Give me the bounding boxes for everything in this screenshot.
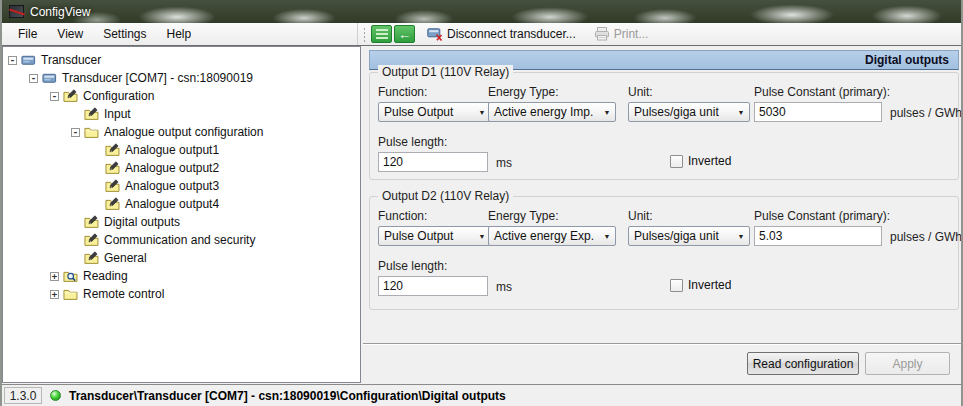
d2-pulse-length-input[interactable]	[378, 276, 488, 296]
button-area-divider	[363, 343, 963, 345]
folder-edit-icon	[105, 197, 121, 212]
tree-item-input[interactable]: Input	[3, 105, 360, 123]
dropdown-arrow-icon: ▼	[733, 233, 749, 240]
menu-toolbar-row: File View Settings Help ← Disconnect tra…	[2, 23, 963, 46]
folder-edit-icon	[84, 107, 100, 122]
dropdown-arrow-icon: ▼	[599, 109, 615, 116]
tree-item-analogue-output1[interactable]: Analogue output1	[3, 141, 360, 159]
d2-unit-select[interactable]: Pulses/giga unit ▼	[628, 226, 750, 246]
folder-edit-icon	[63, 89, 79, 104]
apply-button[interactable]: Apply	[865, 352, 950, 375]
tree-item-label: Analogue output2	[125, 161, 219, 175]
tree-item-transducer-com7[interactable]: - Transducer [COM7] - csn:18090019	[3, 69, 360, 87]
toolbar: ← Disconnect transducer... Print...	[357, 23, 963, 45]
menu-bar: File View Settings Help	[2, 23, 357, 45]
pulse-length-unit: ms	[496, 156, 512, 170]
d2-function-select[interactable]: Pulse Output ▼	[378, 226, 491, 246]
folder-icon	[84, 125, 100, 140]
d1-inverted-checkbox[interactable]: Inverted	[670, 154, 731, 168]
tree-item-analogue-output2[interactable]: Analogue output2	[3, 159, 360, 177]
output-d2-group: Output D2 (110V Relay) Function: Pulse O…	[369, 196, 959, 310]
window-title: ConfigView	[30, 5, 90, 19]
tree-expander-icon[interactable]: +	[50, 290, 59, 299]
menu-file[interactable]: File	[8, 23, 47, 45]
tree-item-general[interactable]: General	[3, 249, 360, 267]
d2-energy-type-select[interactable]: Active energy Exp. ▼	[488, 226, 616, 246]
tree-item-label: General	[104, 251, 147, 265]
tree-item-label: Analogue output4	[125, 197, 219, 211]
print-icon	[594, 26, 610, 42]
output-d1-group: Output D1 (110V Relay) Function: Pulse O…	[369, 72, 959, 180]
d1-function-select[interactable]: Pulse Output ▼	[378, 102, 491, 122]
d1-pulse-length-input[interactable]	[378, 152, 488, 172]
tree-expander-icon[interactable]: -	[50, 92, 59, 101]
pulse-length-unit: ms	[496, 280, 512, 294]
tree-item-configuration[interactable]: - Configuration	[3, 87, 360, 105]
tree-item-label: Reading	[83, 269, 128, 283]
function-label: Function:	[378, 209, 427, 223]
d2-pulse-constant-input[interactable]	[754, 226, 882, 246]
function-label: Function:	[378, 85, 427, 99]
disconnect-transducer-icon	[427, 26, 443, 42]
tree-item-analogue-output4[interactable]: Analogue output4	[3, 195, 360, 213]
print-label: Print...	[614, 27, 649, 41]
d1-unit-select[interactable]: Pulses/giga unit ▼	[628, 102, 750, 122]
folder-edit-icon	[105, 143, 121, 158]
tree-item-analogue-output3[interactable]: Analogue output3	[3, 177, 360, 195]
menu-settings[interactable]: Settings	[93, 23, 156, 45]
tree-item-digital-outputs[interactable]: Digital outputs	[3, 213, 360, 231]
energy-type-label: Energy Type:	[488, 209, 559, 223]
d2-inverted-checkbox[interactable]: Inverted	[670, 278, 731, 292]
tree-item-remote-control[interactable]: + Remote control	[3, 285, 360, 303]
pulse-constant-label: Pulse Constant (primary):	[754, 85, 890, 99]
pulse-constant-unit: pulses / GWh	[890, 106, 962, 120]
tree-expander-icon[interactable]: -	[29, 74, 38, 83]
tree-item-transducer[interactable]: - Transducer	[3, 51, 360, 69]
folder-icon	[63, 287, 79, 302]
read-configuration-button[interactable]: Read configuration	[747, 352, 859, 375]
checkbox-icon	[670, 279, 683, 292]
tree-expander-icon[interactable]: -	[8, 56, 17, 65]
unit-label: Unit:	[628, 85, 653, 99]
back-arrow-icon: ←	[398, 28, 411, 41]
tree-item-label: Analogue output1	[125, 143, 219, 157]
tree-expander-icon[interactable]: -	[71, 128, 80, 137]
toolbar-grip[interactable]	[363, 27, 367, 42]
folder-edit-icon	[84, 215, 100, 230]
pulse-length-label: Pulse length:	[378, 259, 447, 273]
toolbar-back-button[interactable]: ←	[394, 25, 415, 43]
inverted-label: Inverted	[688, 154, 731, 168]
tree-item-communication-and-security[interactable]: Communication and security	[3, 231, 360, 249]
disconnect-transducer-label: Disconnect transducer...	[447, 27, 576, 41]
tree-item-analogue-output-configuration[interactable]: - Analogue output configuration	[3, 123, 360, 141]
title-bar[interactable]: ConfigView	[2, 0, 963, 23]
menu-view[interactable]: View	[47, 23, 93, 45]
status-bar: 1.3.0 Transducer\Transducer [COM7] - csn…	[2, 384, 963, 406]
d1-unit-value: Pulses/giga unit	[629, 105, 733, 119]
tree-item-label: Analogue output configuration	[104, 125, 263, 139]
d1-energy-type-select[interactable]: Active energy Imp. ▼	[488, 102, 616, 122]
d1-pulse-constant-input[interactable]	[754, 102, 882, 122]
tree-expander-icon[interactable]: +	[50, 272, 59, 281]
disconnect-transducer-button[interactable]: Disconnect transducer...	[417, 23, 584, 45]
tree-item-label: Transducer	[41, 53, 101, 67]
d1-energy-type-value: Active energy Imp.	[489, 105, 599, 119]
unit-label: Unit:	[628, 209, 653, 223]
transducer-icon	[21, 53, 37, 68]
transducer-icon	[42, 71, 58, 86]
status-path: Transducer\Transducer [COM7] - csn:18090…	[69, 389, 506, 403]
toolbar-list-button[interactable]	[371, 25, 392, 43]
status-ok-icon	[50, 390, 61, 401]
inverted-label: Inverted	[688, 278, 731, 292]
app-icon	[9, 5, 24, 18]
menu-help[interactable]: Help	[157, 23, 202, 45]
energy-type-label: Energy Type:	[488, 85, 559, 99]
tree-item-label: Configuration	[83, 89, 154, 103]
output-d2-group-title: Output D2 (110V Relay)	[378, 189, 513, 203]
dropdown-arrow-icon: ▼	[599, 233, 615, 240]
folder-edit-icon	[105, 179, 121, 194]
checkbox-icon	[670, 155, 683, 168]
print-button[interactable]: Print...	[584, 23, 657, 45]
folder-edit-icon	[105, 161, 121, 176]
tree-item-reading[interactable]: + Reading	[3, 267, 360, 285]
